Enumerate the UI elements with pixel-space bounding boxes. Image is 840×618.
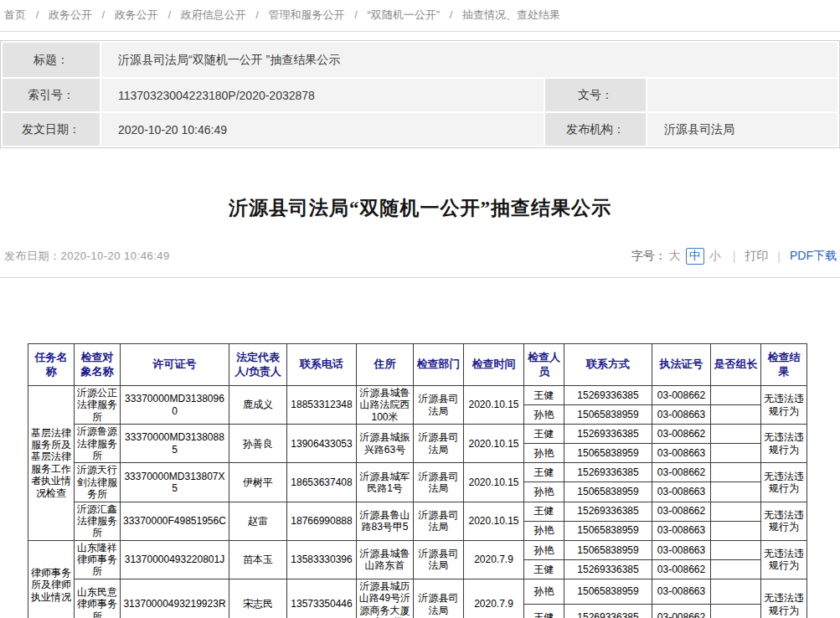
leader-cell: [711, 579, 761, 604]
article-controls: 字号： 大 中 小 | 打印 | PDF下载: [631, 248, 837, 265]
print-button[interactable]: 打印: [745, 249, 768, 264]
date-cell: 2020.7.9: [464, 540, 524, 579]
meta-docno-value: [647, 79, 837, 111]
legal-rep-cell: 伊树平: [229, 463, 287, 502]
pdf-download-button[interactable]: PDF下载: [790, 249, 837, 264]
meta-issue-date-label: 发文日期：: [3, 113, 100, 146]
col-header-inspector: 检查人员: [524, 344, 564, 386]
leader-cell: [711, 405, 761, 425]
result-cell: 无违法违规行为: [761, 502, 807, 540]
meta-docno-label: 文号：: [545, 79, 646, 111]
leader-cell: [711, 605, 761, 618]
meta-index-value: 11370323004223180P/2020-2032878: [101, 79, 544, 111]
meta-issuer-label: 发布机构：: [545, 113, 646, 146]
breadcrumb-separator: /: [354, 8, 358, 21]
breadcrumb-separator: /: [167, 8, 171, 21]
inspector-cert-cell: 03-008662: [652, 463, 711, 482]
inspector-cert-cell: 03-008663: [652, 482, 711, 502]
inspector-name-cell: 王健: [524, 605, 564, 618]
inspector-contact-cell: 15065838959: [564, 444, 652, 463]
leader-cell: [711, 502, 761, 521]
col-header-leader: 是否组长: [711, 344, 761, 386]
address-cell: 沂源县城历山路49号沂源商务大厦B座16楼: [357, 579, 414, 618]
horizontal-divider: [0, 277, 840, 278]
col-header-date: 检查时间: [464, 344, 524, 386]
page-title: 沂源县司法局“双随机一公开”抽查结果公示: [0, 195, 840, 221]
leader-cell: [711, 540, 761, 559]
breadcrumb-item[interactable]: 政务公开: [115, 8, 158, 21]
address-cell: 沂源县城鲁山路法院西100米: [357, 386, 414, 425]
font-size-label: 字号：: [631, 249, 667, 264]
phone-cell: 18853312348: [287, 386, 357, 425]
phone-cell: 18766990888: [287, 502, 357, 540]
leader-cell: [711, 425, 761, 444]
address-cell: 沂源县城鲁山路东首: [357, 540, 414, 579]
dept-cell: 沂源县司法局: [414, 425, 464, 463]
breadcrumb-item[interactable]: 政府信息公开: [181, 8, 246, 21]
publish-date-value: 2020-10-20 10:46:49: [61, 250, 170, 262]
result-cell: 无违法违规行为: [761, 425, 807, 463]
legal-rep-cell: 苗本玉: [229, 540, 287, 579]
result-cell: 无违法违规行为: [761, 579, 807, 618]
col-header-address: 住所: [357, 344, 414, 386]
inspection-results-table: 任务名称 检查对象名称 许可证号 法定代表人/负责人 联系电话 住所 检查部门 …: [28, 343, 807, 618]
phone-cell: 13906433053: [287, 425, 357, 463]
inspector-contact-cell: 15065838959: [564, 521, 652, 540]
inspector-contact-cell: 15269336385: [564, 463, 652, 482]
breadcrumb-item[interactable]: 政务公开: [49, 8, 92, 21]
table-row: 沂源汇鑫法律服务所 33370000F49851956C 赵雷 18766990…: [28, 502, 807, 521]
leader-cell: [711, 386, 761, 405]
address-cell: 沂源县城振兴路63号: [357, 425, 414, 463]
license-cell: 33370000MD31380960: [121, 386, 229, 425]
breadcrumb-item[interactable]: “双随机一公开”: [367, 8, 440, 21]
font-size-small-button[interactable]: 小: [709, 249, 721, 264]
col-header-contact: 联系方式: [564, 344, 652, 386]
org-name-cell: 沂源天行剑法律服务所: [75, 463, 121, 502]
inspector-contact-cell: 15269336385: [564, 559, 652, 579]
org-name-cell: 山东民意律师事务所: [75, 579, 121, 618]
inspector-cert-cell: 03-008662: [652, 559, 711, 579]
inspector-name-cell: 孙艳: [524, 482, 564, 502]
breadcrumb-separator: /: [450, 8, 453, 21]
font-size-medium-button[interactable]: 中: [686, 248, 704, 265]
document-meta-table: 标题： 沂源县司法局“双随机一公开 ”抽查结果公示 索引号： 113703230…: [0, 40, 840, 148]
date-cell: 2020.10.15: [464, 386, 524, 425]
inspector-contact-cell: 15269336385: [564, 605, 652, 618]
meta-title-label: 标题：: [3, 43, 100, 77]
col-header-legal-rep: 法定代表人/负责人: [229, 344, 287, 386]
leader-cell: [711, 521, 761, 540]
breadcrumb-item-home[interactable]: 首页: [4, 8, 26, 21]
dept-cell: 沂源县司法局: [414, 502, 464, 540]
dept-cell: 沂源县司法局: [414, 386, 464, 425]
legal-rep-cell: 宋志民: [229, 579, 287, 618]
inspector-contact-cell: 15269336385: [564, 425, 652, 444]
table-row: 律师事务所及律师执业情况 山东隆祥律师事务所 31370000493220801…: [28, 540, 807, 559]
org-name-cell: 沂源公正法律服务所: [75, 386, 121, 425]
phone-cell: 13573350446: [287, 579, 357, 618]
inspector-name-cell: 孙艳: [524, 579, 564, 604]
inspector-name-cell: 王健: [524, 386, 564, 405]
breadcrumb-separator: /: [255, 8, 259, 21]
inspector-cert-cell: 03-008663: [652, 540, 711, 559]
meta-issue-date-value: 2020-10-20 10:46:49: [101, 113, 544, 146]
inspector-name-cell: 孙艳: [524, 521, 564, 540]
license-cell: 31370000493220801J: [121, 540, 229, 579]
dept-cell: 沂源县司法局: [414, 579, 464, 618]
task-name-cell: 基层法律服务所及基层法律服务工作者执业情况检查: [28, 386, 75, 541]
date-cell: 2020.7.9: [464, 579, 524, 618]
inspector-cert-cell: 03-008663: [652, 579, 711, 604]
inspector-cert-cell: 03-008663: [652, 405, 711, 425]
table-row: 山东民意律师事务所 31370000493219923R 宋志民 1357335…: [28, 579, 807, 604]
legal-rep-cell: 赵雷: [229, 502, 287, 540]
address-cell: 沂源县城军民路1号: [357, 463, 414, 502]
inspector-contact-cell: 15065838959: [564, 405, 652, 425]
result-cell: 无违法违规行为: [761, 386, 807, 425]
breadcrumb-item[interactable]: 管理和服务公开: [269, 8, 345, 21]
inspector-contact-cell: 15269336385: [564, 502, 652, 521]
inspector-contact-cell: 15269336385: [564, 386, 652, 405]
col-header-org: 检查对象名称: [75, 344, 121, 386]
font-size-large-button[interactable]: 大: [669, 249, 681, 264]
inspector-name-cell: 王健: [524, 463, 564, 482]
dept-cell: 沂源县司法局: [414, 463, 464, 502]
date-cell: 2020.10.15: [464, 425, 524, 463]
